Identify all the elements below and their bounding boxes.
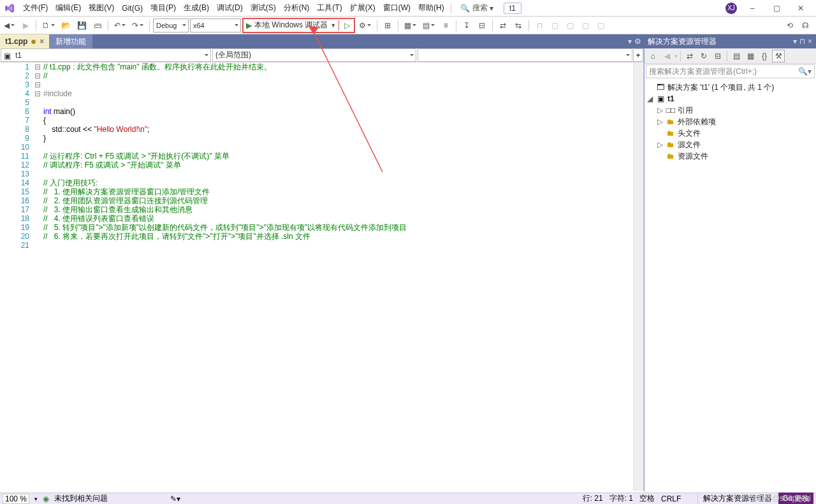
menu-test[interactable]: 测试(S) xyxy=(247,1,280,15)
document-tabs: t1.cpp ⎈ × 新增功能 ▾ ⚙ xyxy=(0,34,644,48)
scope-project-combo[interactable]: ▣ t1 xyxy=(1,48,211,62)
platform-combo[interactable]: x64 xyxy=(190,18,241,32)
save-all-button[interactable]: 🗃 xyxy=(91,18,105,32)
tab-settings-icon[interactable]: ⚙ xyxy=(634,37,641,46)
line-indicator[interactable]: 行: 21 xyxy=(583,493,603,504)
search-icon: 🔍▾ xyxy=(798,67,812,76)
maximize-button[interactable]: ▢ xyxy=(768,2,785,15)
configuration-combo[interactable]: Debug xyxy=(153,18,189,32)
tb-misc-13[interactable]: ▢ xyxy=(578,18,592,32)
menu-analyze[interactable]: 分析(N) xyxy=(280,1,314,15)
sol-showall-button[interactable]: ▤ xyxy=(730,50,743,62)
menu-window[interactable]: 窗口(W) xyxy=(379,1,414,15)
search-label: 搜索 xyxy=(472,3,488,13)
folder-icon: 🖿 xyxy=(666,117,675,126)
tree-external-deps[interactable]: ▷🖿外部依赖项 xyxy=(646,116,815,127)
scope-member-combo[interactable] xyxy=(418,48,632,62)
menu-extensions[interactable]: 扩展(X) xyxy=(346,1,379,15)
tree-solution-root[interactable]: 🗔解决方案 't1' (1 个项目, 共 1 个) xyxy=(646,82,815,93)
menu-file[interactable]: 文件(F) xyxy=(19,1,52,15)
tb-misc-7[interactable]: ⊟ xyxy=(475,18,489,32)
sol-view-button[interactable]: ⚒ xyxy=(772,50,785,62)
watermark: CSDN @shopeeai xyxy=(748,494,811,503)
tree-sources[interactable]: ▷🖿源文件 xyxy=(646,139,815,150)
search-box[interactable]: 🔍 搜索 ▾ xyxy=(456,1,497,15)
menu-debug[interactable]: 调试(D) xyxy=(213,1,247,15)
panel-close-icon[interactable]: × xyxy=(808,37,812,46)
indent-indicator[interactable]: 空格 xyxy=(639,493,655,504)
active-document-pill[interactable]: t1 xyxy=(504,3,521,14)
sol-refresh-button[interactable]: ↻ xyxy=(697,50,710,62)
start-debug-button[interactable]: ▶ 本地 Windows 调试器 ▼ ▷ xyxy=(242,18,355,33)
tab-label: t1.cpp xyxy=(5,37,27,46)
open-file-button[interactable]: 📂 xyxy=(59,18,73,32)
scope-global-combo[interactable]: (全局范围) xyxy=(212,48,416,62)
col-indicator[interactable]: 字符: 1 xyxy=(609,493,633,504)
navigation-bar: ▣ t1 (全局范围) + xyxy=(0,48,643,62)
tb-misc-12[interactable]: ▢ xyxy=(563,18,577,32)
eol-indicator[interactable]: CRLF xyxy=(661,494,681,503)
user-avatar[interactable]: XJ xyxy=(725,3,737,14)
menu-view[interactable]: 视图(V) xyxy=(85,1,118,15)
tree-headers[interactable]: 🖿头文件 xyxy=(646,127,815,139)
pin-icon[interactable]: ⎈ xyxy=(31,37,36,46)
tb-misc-6[interactable]: ↧ xyxy=(460,18,474,32)
nav-back-button[interactable]: ◀ xyxy=(1,18,17,32)
tb-misc-14[interactable]: ▢ xyxy=(594,18,608,32)
editor-scrollbar[interactable] xyxy=(633,62,643,491)
debugger-label: 本地 Windows 调试器 xyxy=(254,20,328,31)
project-icon: ▣ xyxy=(4,52,13,59)
solution-search-input[interactable]: 搜索解决方案资源管理器(Ctrl+;) 🔍▾ xyxy=(646,64,815,78)
tree-resources[interactable]: 🖿资源文件 xyxy=(646,150,815,162)
nav-fwd-button[interactable]: ▶ xyxy=(18,18,33,32)
tab-t1-cpp[interactable]: t1.cpp ⎈ × xyxy=(0,34,49,48)
save-button[interactable]: 💾 xyxy=(75,18,89,32)
sol-props-button[interactable]: ▦ xyxy=(744,50,757,62)
tb-misc-11[interactable]: ▢ xyxy=(548,18,562,32)
status-bar: 100 %▾ ◉ 未找到相关问题 ✎▾ 行: 21 字符: 1 空格 CRLF … xyxy=(0,493,816,504)
tree-project[interactable]: ◢▣t1 xyxy=(646,93,815,104)
tb-misc-8[interactable]: ⇄ xyxy=(496,18,510,32)
zoom-level[interactable]: 100 % xyxy=(3,494,29,504)
tb-misc-5[interactable]: ≡ xyxy=(439,18,453,32)
tab-whatsnew[interactable]: 新增功能 xyxy=(49,34,92,48)
menu-project[interactable]: 项目(P) xyxy=(147,1,180,15)
sol-home-button[interactable]: ⌂ xyxy=(646,50,659,62)
tab-dropdown-icon[interactable]: ▾ xyxy=(628,37,632,46)
tree-references[interactable]: ▷□□引用 xyxy=(646,104,815,116)
menu-edit[interactable]: 编辑(E) xyxy=(52,1,85,15)
close-button[interactable]: ✕ xyxy=(792,2,810,15)
redo-button[interactable]: ↷ xyxy=(129,18,146,32)
sol-collapse-button[interactable]: ⊟ xyxy=(711,50,724,62)
search-icon: 🔍 xyxy=(460,4,470,13)
menu-help[interactable]: 帮助(H) xyxy=(414,1,448,15)
build-status-icon[interactable]: ✎▾ xyxy=(170,494,180,503)
new-project-button[interactable]: 🗋 xyxy=(40,18,57,32)
tb-misc-9[interactable]: ⇆ xyxy=(511,18,525,32)
tb-misc-1[interactable]: ⚙ xyxy=(356,18,374,32)
minimize-button[interactable]: – xyxy=(743,2,761,15)
code-editor[interactable]: 123456789101112131415161718192021 ⊟ ⊟ ⊟ … xyxy=(0,62,643,491)
undo-button[interactable]: ↶ xyxy=(112,18,128,32)
error-list-icon[interactable]: ◉ xyxy=(43,494,49,503)
sol-brace-button[interactable]: {} xyxy=(758,50,771,62)
tb-misc-10[interactable]: ⊓ xyxy=(532,18,546,32)
tb-misc-4[interactable]: ▤ xyxy=(420,18,437,32)
folder-icon: 🖿 xyxy=(666,129,675,138)
panel-pin-icon[interactable]: ⊓ xyxy=(799,37,805,46)
solution-tree[interactable]: 🗔解决方案 't1' (1 个项目, 共 1 个) ◢▣t1 ▷□□引用 ▷🖿外… xyxy=(645,79,816,491)
feedback-button[interactable]: ☊ xyxy=(798,18,812,32)
play-icon: ▶ xyxy=(246,21,252,30)
scope-add-button[interactable]: + xyxy=(633,48,643,62)
menu-tools[interactable]: 工具(T) xyxy=(313,1,346,15)
menu-git[interactable]: Git(G) xyxy=(118,2,147,15)
panel-dropdown-icon[interactable]: ▾ xyxy=(793,37,797,46)
live-share-button[interactable]: ⟲ xyxy=(783,18,797,32)
play-outline-icon[interactable]: ▷ xyxy=(344,21,350,30)
sol-back-button[interactable]: ◀ xyxy=(660,50,673,62)
close-tab-icon[interactable]: × xyxy=(40,37,44,46)
sol-sync-button[interactable]: ⇄ xyxy=(683,50,696,62)
menu-build[interactable]: 生成(B) xyxy=(180,1,213,15)
tb-misc-3[interactable]: ▦ xyxy=(402,18,419,32)
tb-misc-2[interactable]: ⊞ xyxy=(381,18,395,32)
